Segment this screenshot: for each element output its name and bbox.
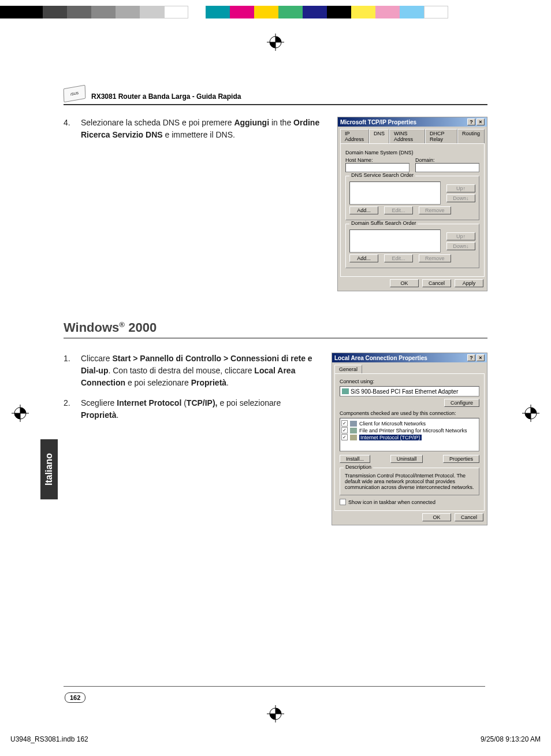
dialog-title: Microsoft TCP/IP Properties xyxy=(340,119,416,125)
tab-routing[interactable]: Routing xyxy=(457,129,485,143)
domain-label: Domain: xyxy=(415,157,479,163)
language-tab: Italiano xyxy=(40,439,58,499)
help-icon[interactable]: ? xyxy=(467,118,475,125)
show-icon-checkbox-row[interactable]: Show icon in taskbar when connected xyxy=(340,499,479,505)
install-button[interactable]: Install... xyxy=(340,455,370,463)
instruction-step-4: 4. Selezionare la scheda DNS e poi preme… xyxy=(64,117,326,141)
header-rule xyxy=(64,104,487,105)
add-button[interactable]: Add... xyxy=(349,254,378,262)
section-title-windows-2000: Windows® 2000 xyxy=(64,320,487,335)
header-title: RX3081 Router a Banda Larga - Guida Rapi… xyxy=(91,92,241,101)
up-button[interactable]: Up↑ xyxy=(446,184,475,192)
footer-timestamp: 9/25/08 9:13:20 AM xyxy=(481,735,541,743)
tab-dhcp[interactable]: DHCP Relay xyxy=(425,129,457,143)
page-number: 162 xyxy=(65,692,85,703)
asus-logo-icon: /SUS xyxy=(64,85,86,103)
host-name-label: Host Name: xyxy=(345,157,409,163)
apply-button[interactable]: Apply xyxy=(455,279,483,287)
lan-properties-dialog: Local Area Connection Properties ?× Gene… xyxy=(332,353,487,525)
cancel-button[interactable]: Cancel xyxy=(422,279,451,287)
dialog-titlebar: Local Area Connection Properties ?× xyxy=(332,353,487,362)
configure-button[interactable]: Configure xyxy=(444,399,479,407)
uninstall-button[interactable]: Uninstall xyxy=(390,455,423,463)
list-item[interactable]: ✓Client for Microsoft Networks xyxy=(341,420,478,427)
host-name-input[interactable] xyxy=(345,163,409,172)
ok-button[interactable]: OK xyxy=(390,279,419,287)
section-rule xyxy=(64,338,487,339)
checkbox-icon[interactable] xyxy=(340,499,346,505)
adapter-field: SiS 900-Based PCI Fast Ethernet Adapter xyxy=(340,386,479,396)
description-label: Description xyxy=(344,464,373,470)
tcpip-properties-dialog: Microsoft TCP/IP Properties ?× IP Addres… xyxy=(337,117,487,291)
down-button[interactable]: Down↓ xyxy=(446,194,475,202)
share-icon xyxy=(350,428,357,433)
properties-button[interactable]: Properties xyxy=(443,455,479,463)
instruction-step-1: 1. Cliccare Start > Pannello di Controll… xyxy=(64,353,320,389)
step-number: 1. xyxy=(64,353,74,389)
step-text: Selezionare la scheda DNS e poi premere … xyxy=(81,117,326,141)
cancel-button[interactable]: Cancel xyxy=(455,513,483,521)
suffix-listbox[interactable] xyxy=(349,229,441,253)
nic-icon xyxy=(342,388,349,394)
add-button[interactable]: Add... xyxy=(349,206,378,214)
footer-rule xyxy=(64,686,485,687)
page-header: /SUS RX3081 Router a Banda Larga - Guida… xyxy=(64,87,487,101)
up-button[interactable]: Up↑ xyxy=(446,232,475,240)
components-listbox[interactable]: ✓Client for Microsoft Networks ✓File and… xyxy=(340,418,479,451)
step-text: Scegliere Internet Protocol (TCP/IP), e … xyxy=(81,397,320,421)
components-label: Components checked are used by this conn… xyxy=(340,410,479,416)
connect-using-label: Connect using: xyxy=(340,379,479,384)
down-button[interactable]: Down↓ xyxy=(446,242,475,250)
dns-group-label: Domain Name System (DNS) xyxy=(345,150,479,155)
footer-filename: U3948_RS3081.indb 162 xyxy=(10,735,88,743)
edit-button[interactable]: Edit... xyxy=(384,206,413,214)
list-item[interactable]: ✓Internet Protocol (TCP/IP) xyxy=(341,434,478,440)
dialog-tabs: IP Address DNS WINS Address DHCP Relay R… xyxy=(338,127,487,143)
dns-search-listbox[interactable] xyxy=(349,181,441,205)
edit-button[interactable]: Edit... xyxy=(384,254,413,262)
close-icon[interactable]: × xyxy=(476,118,485,125)
dialog-title: Local Area Connection Properties xyxy=(334,355,427,361)
ok-button[interactable]: OK xyxy=(422,513,451,521)
domain-input[interactable] xyxy=(415,163,479,172)
tab-ip-address[interactable]: IP Address xyxy=(340,129,369,143)
instruction-step-2: 2. Scegliere Internet Protocol (TCP/IP),… xyxy=(64,397,320,421)
protocol-icon xyxy=(350,435,357,440)
checkbox-icon[interactable]: ✓ xyxy=(341,427,348,433)
dialog-titlebar: Microsoft TCP/IP Properties ?× xyxy=(338,117,487,127)
close-icon[interactable]: × xyxy=(476,354,485,361)
dns-search-order-label: DNS Service Search Order xyxy=(349,172,415,178)
registration-mark-icon xyxy=(267,705,284,722)
step-text: Cliccare Start > Pannello di Controllo >… xyxy=(81,353,320,389)
domain-suffix-label: Domain Suffix Search Order xyxy=(349,220,418,226)
checkbox-icon[interactable]: ✓ xyxy=(341,420,348,427)
remove-button[interactable]: Remove xyxy=(419,206,451,214)
remove-button[interactable]: Remove xyxy=(419,254,451,262)
step-number: 2. xyxy=(64,397,74,421)
step-number: 4. xyxy=(64,117,74,141)
tab-general[interactable]: General xyxy=(334,365,362,373)
checkbox-icon[interactable]: ✓ xyxy=(341,434,348,440)
tab-wins[interactable]: WINS Address xyxy=(389,129,425,143)
list-item[interactable]: ✓File and Printer Sharing for Microsoft … xyxy=(341,427,478,433)
help-icon[interactable]: ? xyxy=(467,354,475,361)
print-color-bar xyxy=(0,6,551,18)
client-icon xyxy=(350,421,357,427)
tab-dns[interactable]: DNS xyxy=(369,129,389,143)
description-text: Transmission Control Protocol/Internet P… xyxy=(344,472,475,491)
